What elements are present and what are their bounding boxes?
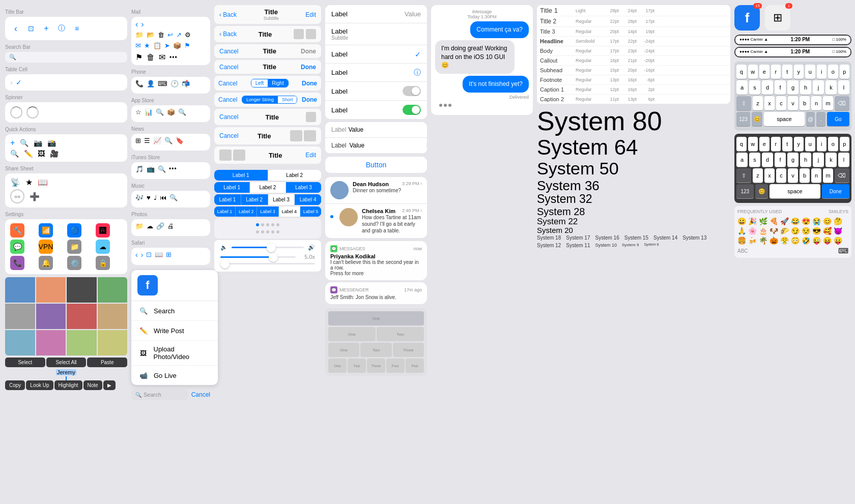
- nav3-done[interactable]: Done: [301, 48, 316, 55]
- seg-row-2[interactable]: Label 1 Label 2 Label 3: [214, 182, 321, 193]
- emoji-7[interactable]: 😍: [802, 217, 810, 225]
- slider-thumb-2[interactable]: [269, 253, 278, 262]
- dkey-m[interactable]: m: [823, 168, 833, 183]
- ss-book[interactable]: 📖: [38, 177, 48, 187]
- dkey-x[interactable]: x: [764, 168, 775, 183]
- dkey-u[interactable]: u: [805, 137, 815, 151]
- slider-track-1[interactable]: [232, 247, 304, 248]
- qa-search[interactable]: 🔍: [20, 139, 28, 147]
- key-w[interactable]: w: [748, 65, 758, 79]
- emoji-10[interactable]: 🤔: [834, 217, 842, 225]
- ios-button[interactable]: Button: [325, 157, 427, 173]
- it-tv[interactable]: 📺: [147, 165, 155, 173]
- dkey-b[interactable]: b: [800, 168, 810, 183]
- settings-icon-1[interactable]: 🔧: [10, 223, 24, 238]
- dkey-a[interactable]: a: [736, 153, 748, 167]
- table-row-3[interactable]: Label: [325, 45, 427, 64]
- key-q[interactable]: q: [736, 65, 747, 79]
- nav9-seg2[interactable]: [233, 150, 245, 161]
- photo-9[interactable]: [5, 330, 35, 355]
- it-music[interactable]: 🎵: [135, 165, 144, 173]
- key-num[interactable]: 123: [736, 112, 750, 126]
- dkey-d[interactable]: d: [762, 153, 773, 167]
- emoji-3[interactable]: 🌿: [759, 217, 767, 225]
- seg-3-l1[interactable]: Label 1: [214, 194, 241, 205]
- fb-golive-item[interactable]: 📹 Go Live: [131, 366, 218, 385]
- fb-upload-item[interactable]: 🖼 Upload Photo/Video: [131, 341, 218, 366]
- emoji-4[interactable]: 🍕: [770, 217, 778, 225]
- nav1-edit[interactable]: Edit: [305, 11, 316, 18]
- fb-write-post-item[interactable]: ✏️ Write Post: [131, 321, 218, 341]
- dkey-v[interactable]: v: [788, 168, 798, 183]
- settings-icon-5[interactable]: 💬: [10, 240, 24, 254]
- chat-row-2[interactable]: Chelsea Kim 2:40 PM › How does Tartine a…: [325, 204, 427, 238]
- key-t[interactable]: t: [782, 65, 792, 79]
- key-go[interactable]: Go: [827, 112, 849, 126]
- emoji-keyboard-icon[interactable]: ⌨: [838, 247, 848, 255]
- nav4-done[interactable]: Done: [301, 64, 316, 71]
- dkey-h[interactable]: h: [800, 153, 811, 167]
- emoji-23[interactable]: 🌴: [759, 236, 767, 245]
- as-featured[interactable]: ☆: [135, 108, 141, 116]
- it-more[interactable]: •••: [169, 165, 177, 173]
- select-btn[interactable]: Select: [5, 358, 45, 367]
- settings-icon-2[interactable]: 📶: [39, 223, 53, 238]
- key-a[interactable]: a: [736, 80, 748, 95]
- nav6-cancel[interactable]: Cancel: [218, 96, 237, 103]
- mail-forward[interactable]: ›: [141, 20, 144, 29]
- safari-bookmarks[interactable]: 📖: [155, 251, 163, 259]
- photo-3[interactable]: [67, 277, 97, 303]
- dkey-num[interactable]: 123: [736, 184, 754, 198]
- dkey-i[interactable]: i: [817, 137, 827, 151]
- seg-row-3[interactable]: Label 1 Label 2 Label 3 Label 4: [214, 194, 321, 205]
- dkey-r[interactable]: r: [771, 137, 781, 151]
- dkey-c[interactable]: c: [776, 168, 786, 183]
- settings-icon-8[interactable]: ☁: [96, 240, 110, 254]
- dkey-t[interactable]: t: [782, 137, 792, 151]
- emoji-8[interactable]: 😭: [812, 217, 821, 225]
- mail-send[interactable]: ➤: [164, 42, 170, 49]
- settings-icon-3[interactable]: 🔵: [67, 223, 81, 238]
- mail-folder[interactable]: 📁: [135, 31, 144, 39]
- seg-row-4[interactable]: Label 1 Label 2 Label 3 Label 4 Label 5: [214, 206, 321, 217]
- safari-back[interactable]: ‹: [135, 251, 138, 259]
- seg-2-l3[interactable]: Label 3: [286, 182, 321, 193]
- settings-icon-4[interactable]: 🅰: [96, 223, 110, 238]
- as-search[interactable]: 🔍: [156, 108, 164, 116]
- nav2-icon1[interactable]: [294, 29, 304, 39]
- table-row-6[interactable]: Label: [325, 101, 427, 119]
- info-icon[interactable]: [56, 23, 67, 34]
- nav5-segment[interactable]: Left Right: [251, 79, 289, 87]
- photo-11[interactable]: [67, 330, 97, 355]
- more-btn[interactable]: ▶: [103, 380, 116, 390]
- dkey-delete[interactable]: ⌫: [835, 168, 849, 183]
- dkey-n[interactable]: n: [811, 168, 821, 183]
- phone-contact[interactable]: 👤: [147, 80, 155, 87]
- key-o[interactable]: o: [828, 65, 838, 79]
- emoji-15[interactable]: 🌮: [780, 227, 789, 235]
- seg-4-l2[interactable]: Label 2: [236, 206, 257, 217]
- dkey-q[interactable]: q: [736, 137, 747, 151]
- emoji-1[interactable]: 😀: [737, 217, 746, 225]
- emoji-29[interactable]: 😝: [823, 236, 832, 245]
- nav5-seg-left[interactable]: Left: [251, 79, 268, 87]
- key-i[interactable]: i: [817, 65, 827, 79]
- dkey-j[interactable]: j: [813, 153, 824, 167]
- mail-envelope[interactable]: ✉: [159, 52, 165, 62]
- phone-keypad[interactable]: ⌨: [158, 80, 167, 87]
- emoji-22[interactable]: 🍻: [748, 236, 757, 245]
- emoji-14[interactable]: 🐶: [770, 227, 778, 235]
- facebook-app-icon[interactable]: f 15: [734, 5, 760, 31]
- slider-track-2[interactable]: [220, 256, 296, 258]
- nav6-seg-long[interactable]: Longer String: [242, 96, 278, 103]
- dkey-o[interactable]: o: [828, 137, 838, 151]
- nav6-seg-short[interactable]: Short: [278, 96, 297, 103]
- mail-reply[interactable]: ↩: [167, 31, 173, 39]
- dkey-g[interactable]: g: [787, 153, 799, 167]
- nav6-segment[interactable]: Longer String Short: [242, 96, 298, 104]
- fb-search-item[interactable]: 🔍 Search: [131, 301, 218, 321]
- key-k[interactable]: k: [825, 80, 837, 95]
- key-p[interactable]: p: [840, 65, 850, 79]
- emoji-25[interactable]: 😤: [780, 236, 789, 245]
- tr5-toggle[interactable]: [403, 86, 421, 96]
